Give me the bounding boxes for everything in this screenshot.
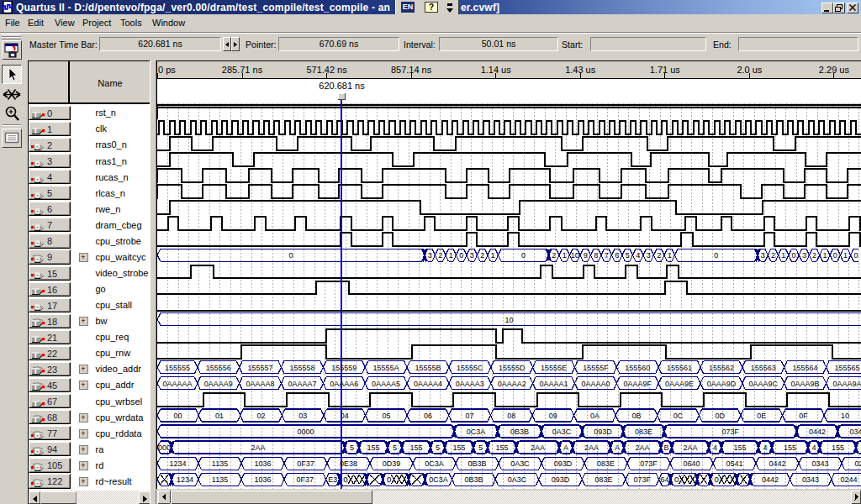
svg-text:A: A: [563, 444, 568, 452]
svg-text:0000: 0000: [298, 428, 314, 436]
svg-text:3: 3: [428, 251, 432, 260]
svg-text:857.14 ns: 857.14 ns: [391, 65, 432, 75]
svg-text:0D: 0D: [715, 412, 725, 420]
svg-text:7: 7: [605, 251, 609, 260]
svg-text:0C: 0C: [673, 412, 684, 420]
svg-text:0C3A: 0C3A: [429, 475, 448, 484]
svg-text:0: 0: [714, 475, 719, 484]
svg-text:093D: 093D: [594, 428, 612, 436]
svg-text:155561: 155561: [667, 364, 692, 372]
svg-text:10: 10: [571, 251, 579, 260]
svg-text:1: 1: [822, 251, 827, 260]
svg-text:03: 03: [298, 412, 307, 420]
svg-text:0C3A: 0C3A: [467, 428, 486, 436]
svg-text:5: 5: [393, 444, 397, 452]
svg-text:1: 1: [491, 251, 495, 260]
svg-text:4: 4: [763, 444, 767, 452]
svg-text:2AA: 2AA: [635, 444, 649, 452]
svg-text:083E: 083E: [595, 475, 613, 484]
svg-text:155559: 155559: [331, 364, 357, 372]
svg-text:2AA: 2AA: [531, 444, 545, 452]
svg-text:155563: 155563: [751, 364, 776, 372]
svg-text:1.43 us: 1.43 us: [565, 65, 596, 75]
svg-text:0AAAA9: 0AAAA9: [204, 380, 233, 388]
svg-text:0: 0: [674, 475, 679, 484]
svg-text:0AAAA2: 0AAAA2: [498, 380, 526, 388]
svg-text:1234: 1234: [169, 459, 186, 468]
svg-text:3: 3: [761, 251, 765, 260]
svg-text:073F: 073F: [722, 428, 740, 436]
svg-text:083E: 083E: [597, 459, 615, 468]
svg-text:1: 1: [668, 251, 672, 260]
svg-text:155558: 155558: [289, 364, 314, 372]
svg-text:0AAAA3: 0AAAA3: [456, 380, 484, 388]
svg-text:5: 5: [626, 251, 630, 260]
svg-text:3: 3: [470, 251, 474, 260]
svg-text:0640: 0640: [683, 459, 700, 468]
svg-text:0A: 0A: [590, 412, 600, 420]
svg-text:0E: 0E: [757, 412, 766, 420]
svg-text:64: 64: [661, 475, 669, 484]
svg-text:B: B: [663, 444, 668, 452]
svg-text:0AAAA6: 0AAAA6: [330, 380, 358, 388]
svg-text:0442: 0442: [809, 428, 826, 436]
svg-text:5: 5: [478, 444, 483, 452]
svg-text:2: 2: [812, 251, 816, 260]
svg-text:1: 1: [781, 251, 785, 260]
svg-text:0B3B: 0B3B: [467, 459, 486, 468]
svg-text:0AAAAA: 0AAAAA: [162, 380, 192, 388]
svg-text:15555B: 15555B: [415, 364, 441, 372]
svg-text:3: 3: [647, 251, 651, 260]
svg-text:0244: 0244: [854, 459, 861, 468]
svg-text:155: 155: [367, 444, 379, 452]
svg-text:05: 05: [382, 412, 390, 420]
svg-text:073F: 073F: [634, 475, 652, 484]
svg-text:155562: 155562: [709, 364, 734, 372]
svg-text:155555: 155555: [165, 364, 190, 372]
svg-text:0A3C: 0A3C: [552, 428, 572, 436]
svg-text:0: 0: [288, 251, 293, 260]
svg-text:1234: 1234: [177, 475, 193, 484]
svg-text:0F: 0F: [799, 412, 808, 420]
svg-text:1.14 us: 1.14 us: [481, 65, 512, 75]
svg-text:0AAA9F: 0AAA9F: [623, 380, 652, 388]
svg-text:155556: 155556: [206, 364, 231, 372]
svg-text:000: 000: [158, 444, 171, 452]
svg-text:15555A: 15555A: [373, 364, 399, 372]
svg-text:0AAAA1: 0AAAA1: [539, 380, 568, 388]
svg-text:1036: 1036: [254, 459, 271, 468]
svg-text:10: 10: [504, 316, 513, 324]
svg-text:4: 4: [713, 444, 717, 452]
svg-text:15555F: 15555F: [583, 364, 609, 372]
svg-text:2: 2: [552, 251, 556, 260]
svg-text:2AA: 2AA: [584, 444, 599, 452]
svg-text:620.681 ns: 620.681 ns: [319, 81, 365, 91]
svg-text:15555C: 15555C: [457, 364, 483, 372]
svg-text:1: 1: [843, 251, 848, 260]
svg-text:1.71 us: 1.71 us: [650, 65, 681, 75]
svg-text:0AAA9A: 0AAA9A: [832, 380, 861, 388]
svg-text:3: 3: [802, 251, 806, 260]
svg-text:0AAA9C: 0AAA9C: [749, 380, 779, 388]
svg-text:155: 155: [832, 444, 844, 452]
svg-text:0343: 0343: [802, 475, 819, 484]
svg-text:0: 0: [521, 251, 526, 260]
svg-text:0B3B: 0B3B: [510, 428, 529, 436]
svg-text:0F37: 0F37: [297, 459, 314, 468]
svg-text:00: 00: [174, 412, 182, 420]
svg-text:0541: 0541: [726, 459, 742, 468]
svg-text:2: 2: [771, 251, 775, 260]
svg-text:0D39: 0D39: [383, 459, 401, 468]
svg-text:155: 155: [452, 444, 465, 452]
svg-text:2AA: 2AA: [251, 444, 265, 452]
svg-text:9: 9: [584, 251, 588, 260]
svg-text:0AAAA8: 0AAAA8: [246, 380, 275, 388]
svg-text:6: 6: [615, 251, 619, 260]
svg-text:0: 0: [853, 251, 858, 260]
svg-text:0343: 0343: [811, 459, 828, 468]
svg-text:0AAAA5: 0AAAA5: [372, 380, 400, 388]
svg-text:5: 5: [350, 444, 354, 452]
svg-text:02: 02: [257, 412, 266, 420]
svg-text:155565: 155565: [834, 364, 859, 372]
svg-text:15555D: 15555D: [499, 364, 526, 372]
